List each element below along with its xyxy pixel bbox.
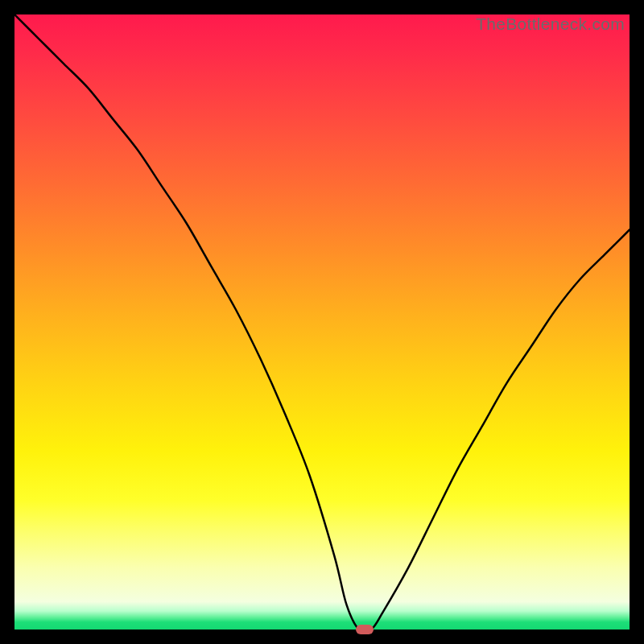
bottleneck-curve bbox=[14, 14, 630, 630]
curve-path bbox=[14, 14, 630, 630]
optimal-point-marker bbox=[356, 625, 374, 634]
chart-frame: TheBottleneck.com bbox=[0, 0, 644, 644]
chart-plot-area: TheBottleneck.com bbox=[14, 14, 630, 630]
